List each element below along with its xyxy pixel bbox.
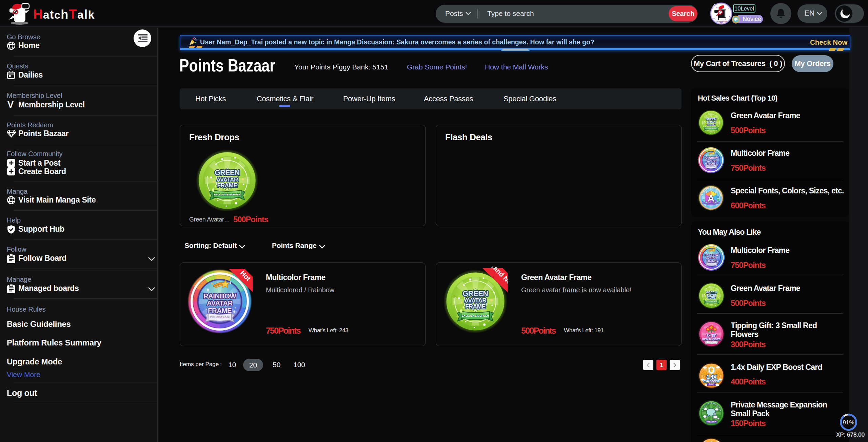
svg-text:91%: 91% — [843, 419, 854, 426]
